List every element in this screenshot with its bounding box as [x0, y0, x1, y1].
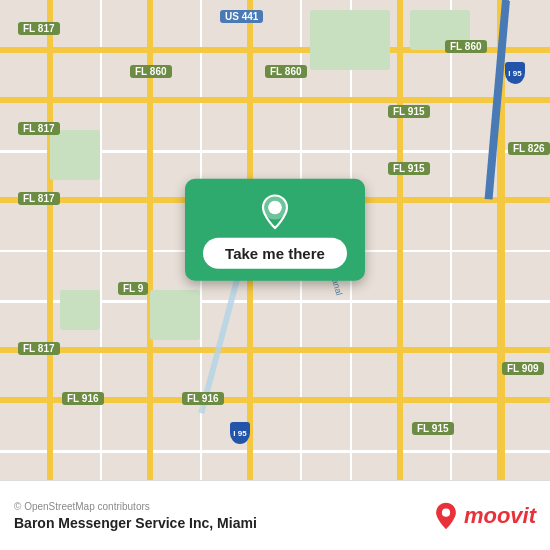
route-badge-fl909: FL 909 — [502, 362, 544, 375]
route-badge-fl817-2: FL 817 — [18, 122, 60, 135]
moovit-logo: moovit — [432, 502, 536, 530]
moovit-label: moovit — [464, 503, 536, 529]
route-badge-i95-top: I 95 — [505, 62, 525, 84]
route-badge-fl9: FL 9 — [118, 282, 148, 295]
route-badge-fl915-3: FL 915 — [412, 422, 454, 435]
svg-point-1 — [268, 201, 282, 215]
copyright-text: © OpenStreetMap contributors — [14, 501, 257, 512]
moovit-pin-icon — [432, 502, 460, 530]
bottom-bar: © OpenStreetMap contributors Baron Messe… — [0, 480, 550, 550]
location-name: Baron Messenger Service Inc, Miami — [14, 515, 257, 531]
route-badge-fl817-4: FL 817 — [18, 342, 60, 355]
route-badge-fl916-1: FL 916 — [62, 392, 104, 405]
route-badge-fl915-2: FL 915 — [388, 162, 430, 175]
route-badge-fl817-3: FL 817 — [18, 192, 60, 205]
location-info: © OpenStreetMap contributors Baron Messe… — [14, 501, 257, 531]
route-badge-fl915-1: FL 915 — [388, 105, 430, 118]
route-badge-fl860-3: FL 860 — [445, 40, 487, 53]
route-badge-fl860-2: FL 860 — [265, 65, 307, 78]
route-badge-fl817-1: FL 817 — [18, 22, 60, 35]
take-me-there-button[interactable]: Take me there — [203, 238, 347, 269]
map: FL 817 US 441 FL 860 FL 860 FL 860 I 95 … — [0, 0, 550, 480]
svg-point-2 — [442, 508, 450, 516]
route-badge-fl826: FL 826 — [508, 142, 550, 155]
route-badge-i95-bottom: I 95 — [230, 422, 250, 444]
popup-card: Take me there — [185, 179, 365, 281]
route-badge-fl916-2: FL 916 — [182, 392, 224, 405]
route-badge-us441: US 441 — [220, 10, 263, 23]
location-pin-icon — [257, 194, 293, 230]
route-badge-fl860-1: FL 860 — [130, 65, 172, 78]
